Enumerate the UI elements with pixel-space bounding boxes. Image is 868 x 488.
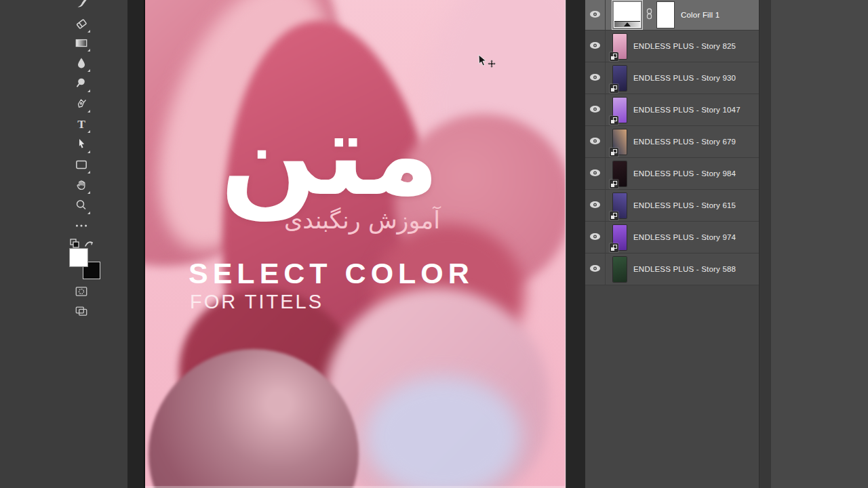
foreground-color-swatch[interactable] [69,248,88,267]
layer-row[interactable]: ENDLESS PLUS - Story 1047 [585,94,759,126]
layer-name[interactable]: ENDLESS PLUS - Story 825 [633,42,736,50]
dodge-tool-button[interactable] [72,74,91,93]
brush-tool-button[interactable] [72,0,91,14]
eraser-tool-button[interactable] [72,14,91,33]
canvas-document[interactable]: متن آموزش رنگبندی SELECT COLOR FOR TITEL… [145,0,566,488]
rectangle-icon [74,157,89,172]
screen-mode-icon [74,303,89,318]
layer-row[interactable]: ENDLESS PLUS - Story 930 [585,62,759,94]
eye-icon [589,136,601,148]
layer-visibility-toggle[interactable] [585,222,606,253]
layers-panel: Color Fill 1 ENDLESS PLUS - Story 825 [585,0,759,488]
blur-tool-button[interactable] [72,54,91,73]
art-heading: SELECT COLOR [189,257,474,290]
layer-row[interactable]: ENDLESS PLUS - Story 615 [585,190,759,222]
smart-object-badge-icon [610,52,618,61]
quick-mask-button[interactable] [72,282,91,301]
layer-thumbnail[interactable] [613,225,627,250]
art-subheading: FOR TITELS [190,291,323,313]
layer-name[interactable]: ENDLESS PLUS - Story 930 [633,74,736,82]
tools-panel: T [0,0,127,488]
art-title-arabic: متن [145,87,515,224]
selection-tool-button[interactable] [72,135,91,154]
layer-thumbnail[interactable] [613,34,627,59]
layer-row-content: ENDLESS PLUS - Story 930 [606,62,759,94]
direct-selection-icon [75,138,88,151]
layer-name[interactable]: ENDLESS PLUS - Story 615 [633,201,736,209]
layer-row-content: Color Fill 1 [606,0,759,30]
smart-object-badge-icon [610,180,618,188]
eye-icon [589,104,601,116]
layer-name[interactable]: ENDLESS PLUS - Story 984 [633,169,736,178]
layer-name[interactable]: ENDLESS PLUS - Story 588 [633,265,736,273]
layer-thumbnail[interactable] [613,193,627,218]
layer-thumbnail[interactable] [613,129,627,155]
zoom-tool-button[interactable] [72,196,91,215]
hand-icon [75,178,88,192]
layer-row-content: ENDLESS PLUS - Story 1047 [606,94,759,125]
layer-row[interactable]: ENDLESS PLUS - Story 984 [585,158,759,190]
pen-tool-button[interactable] [72,94,91,113]
panel-divider [759,0,771,488]
layer-row[interactable]: ENDLESS PLUS - Story 825 [585,30,759,62]
layer-row-content: ENDLESS PLUS - Story 984 [606,158,759,189]
pasteboard-right [566,0,585,488]
layer-row[interactable]: ENDLESS PLUS - Story 588 [585,253,759,285]
layer-mask-thumbnail[interactable] [657,2,674,28]
hand-tool-button[interactable] [72,176,91,195]
fill-layer-thumbnail[interactable] [613,1,642,28]
gradient-tool-button[interactable] [72,33,91,52]
layer-name[interactable]: ENDLESS PLUS - Story 679 [633,138,736,146]
zoom-icon [75,199,88,212]
photoshop-app: T [0,0,868,488]
more-tools-button[interactable] [72,216,91,235]
dodge-icon [75,77,88,90]
blur-icon [75,56,88,70]
type-icon: T [74,117,89,131]
layer-visibility-toggle[interactable] [585,0,606,30]
layer-visibility-toggle[interactable] [585,62,606,94]
link-chain-icon [646,8,652,22]
screen-mode-button[interactable] [72,301,91,320]
layer-row[interactable]: Color Fill 1 [585,0,759,30]
move-cursor [478,54,501,76]
layer-name[interactable]: ENDLESS PLUS - Story 974 [633,233,736,241]
eye-icon [589,40,601,52]
layer-thumbnail[interactable] [613,66,627,91]
more-tools-icon [74,218,89,233]
layer-visibility-toggle[interactable] [585,158,606,189]
layer-thumbnail[interactable] [613,161,627,186]
layer-thumbnail[interactable] [613,98,627,123]
layer-row[interactable]: ENDLESS PLUS - Story 679 [585,126,759,158]
eye-icon [589,72,601,84]
layer-name[interactable]: ENDLESS PLUS - Story 1047 [633,106,741,114]
rectangle-tool-button[interactable] [72,155,91,174]
layer-row-content: ENDLESS PLUS - Story 588 [606,253,759,285]
art-blob-lavender [366,376,521,488]
brush-icon [74,0,89,12]
smart-object-badge-icon [610,116,618,125]
type-tool-button[interactable]: T [72,115,91,134]
layer-thumbnail[interactable] [613,257,627,282]
pen-icon [75,97,88,110]
eye-icon [589,263,601,275]
layer-visibility-toggle[interactable] [585,253,606,285]
layer-visibility-toggle[interactable] [585,190,606,221]
layer-visibility-toggle[interactable] [585,94,606,125]
eye-icon [589,167,601,180]
layer-name[interactable]: Color Fill 1 [681,11,719,19]
layer-row-content: ENDLESS PLUS - Story 825 [606,30,759,62]
smart-object-badge-icon [610,148,618,157]
layer-row[interactable]: ENDLESS PLUS - Story 974 [585,222,759,253]
fill-triangle-icon [624,22,631,26]
gradient-icon [74,35,89,50]
layer-visibility-toggle[interactable] [585,30,606,62]
layer-visibility-toggle[interactable] [585,126,606,157]
layers-list: Color Fill 1 ENDLESS PLUS - Story 825 [585,0,759,285]
eye-icon [589,9,601,21]
color-swatches [69,248,100,279]
smart-object-badge-icon [610,243,618,252]
eraser-icon [74,16,89,31]
quick-mask-icon [74,284,89,299]
svg-text:T: T [77,117,85,131]
